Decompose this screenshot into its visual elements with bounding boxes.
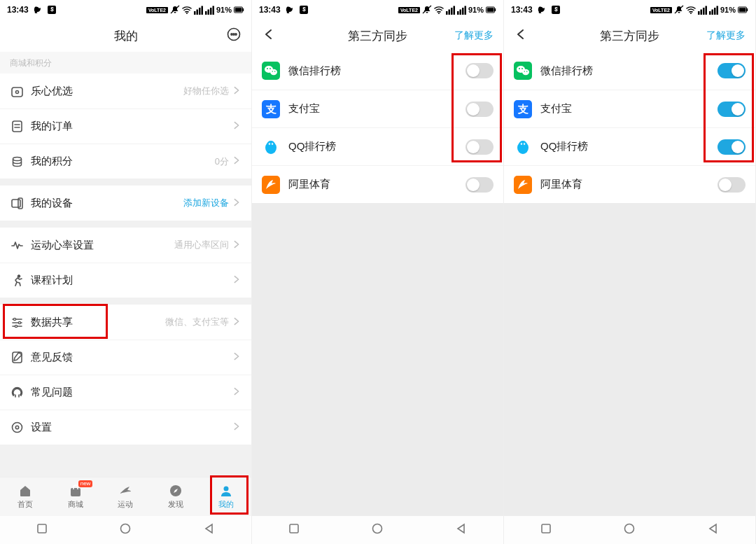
sync-row-qq[interactable]: QQ排行榜	[504, 127, 755, 165]
sync-row-alipay[interactable]: 支付宝	[504, 90, 755, 127]
bell-off-icon	[170, 5, 180, 15]
row-course[interactable]: 课程计划	[0, 263, 251, 298]
toggle-wechat[interactable]	[718, 63, 746, 78]
s-app-icon	[551, 5, 561, 15]
status-time: 13:43	[7, 5, 29, 15]
toggle-alisport[interactable]	[465, 177, 493, 193]
qq-icon	[262, 138, 280, 156]
sync-row-alipay[interactable]: 支付宝	[252, 90, 503, 127]
row-feedback[interactable]: 意见反馈	[0, 340, 251, 375]
nav-home-icon[interactable]	[372, 523, 383, 537]
squirrel-icon	[285, 5, 295, 15]
row-heartrate[interactable]: 运动心率设置 通用心率区间	[0, 228, 251, 263]
new-badge: new	[78, 480, 93, 487]
header-bar: 我的	[0, 20, 251, 52]
alisport-icon	[262, 176, 280, 194]
tab-mall[interactable]: 商城new	[50, 477, 101, 516]
chevron-right-icon	[232, 351, 241, 363]
row-data-share[interactable]: 数据共享 微信、支付宝等	[0, 305, 251, 340]
chevron-right-icon	[232, 386, 241, 398]
bell-off-icon	[674, 5, 684, 15]
wifi-icon	[434, 5, 444, 15]
toggle-alisport[interactable]	[718, 177, 746, 193]
tab-discover[interactable]: 发现	[150, 477, 201, 516]
nav-recent-icon[interactable]	[540, 523, 552, 537]
alipay-icon	[514, 100, 532, 118]
status-time: 13:43	[259, 5, 281, 15]
header-bar: 第三方同步 了解更多	[252, 20, 503, 52]
volte-badge: VoLTE2	[650, 7, 672, 13]
squirrel-icon	[33, 5, 43, 15]
row-faq[interactable]: 常见问题	[0, 375, 251, 410]
nav-back-icon[interactable]	[708, 523, 719, 537]
row-points[interactable]: 我的积分 0分	[0, 144, 251, 179]
s-app-icon	[299, 5, 309, 15]
sync-row-wechat[interactable]: 微信排行榜	[252, 52, 503, 90]
squirrel-icon	[537, 5, 547, 15]
signal-icon-2	[205, 6, 214, 15]
alisport-icon	[514, 176, 532, 194]
toggle-qq[interactable]	[718, 139, 746, 155]
status-time: 13:43	[511, 5, 533, 15]
nav-back-icon[interactable]	[456, 523, 467, 537]
shop-icon	[10, 84, 24, 98]
learn-more-link[interactable]: 了解更多	[706, 29, 746, 42]
wifi-icon	[686, 5, 696, 15]
nav-recent-icon[interactable]	[36, 523, 48, 537]
feedback-icon	[10, 351, 24, 365]
s-app-icon	[47, 5, 57, 15]
gear-icon	[10, 421, 24, 435]
battery-icon	[738, 6, 748, 14]
tab-home[interactable]: 首页	[0, 477, 50, 516]
chevron-right-icon	[232, 155, 241, 167]
sync-row-alisport[interactable]: 阿里体育	[252, 165, 503, 203]
battery-icon	[486, 6, 496, 14]
toggle-wechat[interactable]	[465, 63, 493, 78]
chevron-right-icon	[232, 197, 241, 209]
points-icon	[10, 155, 24, 169]
sync-row-alisport[interactable]: 阿里体育	[504, 165, 755, 203]
header-bar: 第三方同步 了解更多	[504, 20, 755, 52]
battery-text: 91%	[468, 6, 484, 14]
back-button[interactable]	[514, 27, 528, 44]
status-bar: 13:43 VoLTE2 91%	[252, 0, 503, 20]
qq-icon	[514, 138, 532, 156]
row-lexin-select[interactable]: 乐心优选 好物任你选	[0, 74, 251, 109]
back-button[interactable]	[262, 27, 276, 44]
row-settings[interactable]: 设置	[0, 410, 251, 445]
messages-icon[interactable]	[226, 27, 241, 45]
wechat-icon	[262, 62, 280, 80]
sync-row-qq[interactable]: QQ排行榜	[252, 127, 503, 165]
alipay-icon	[262, 100, 280, 118]
device-icon	[10, 196, 24, 210]
android-nav-bar	[252, 516, 503, 544]
run-icon	[10, 274, 24, 288]
row-orders[interactable]: 我的订单	[0, 109, 251, 144]
toggle-qq[interactable]	[465, 139, 493, 155]
orders-icon	[10, 120, 24, 134]
tab-mine[interactable]: 我的	[201, 477, 251, 516]
faq-icon	[10, 386, 24, 400]
chevron-right-icon	[232, 316, 241, 328]
chevron-right-icon	[232, 239, 241, 251]
wechat-icon	[514, 62, 532, 80]
sync-row-wechat[interactable]: 微信排行榜	[504, 52, 755, 90]
nav-back-icon[interactable]	[204, 523, 215, 537]
nav-home-icon[interactable]	[624, 523, 635, 537]
android-nav-bar	[0, 516, 251, 544]
android-nav-bar	[504, 516, 755, 544]
chevron-right-icon	[232, 85, 241, 97]
battery-text: 91%	[720, 6, 736, 14]
nav-home-icon[interactable]	[120, 523, 131, 537]
learn-more-link[interactable]: 了解更多	[454, 29, 493, 42]
chevron-right-icon	[232, 120, 241, 132]
toggle-alipay[interactable]	[465, 102, 493, 117]
toggle-alipay[interactable]	[718, 102, 746, 117]
status-bar: 13:43 VoLTE2 91%	[0, 0, 251, 20]
chevron-right-icon	[232, 421, 241, 433]
tab-bar: 首页 商城new 运动 发现 我的	[0, 477, 251, 516]
nav-recent-icon[interactable]	[288, 523, 300, 537]
signal-icon-2	[709, 6, 718, 15]
row-devices[interactable]: 我的设备 添加新设备	[0, 186, 251, 221]
tab-sport[interactable]: 运动	[101, 477, 151, 516]
